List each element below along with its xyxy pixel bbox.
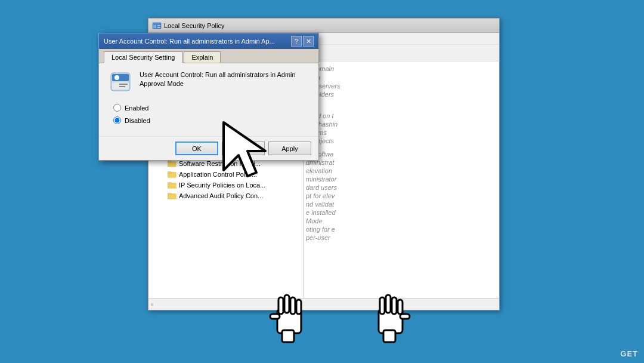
statusbar <box>148 298 499 310</box>
right-text-4: all folders <box>306 90 497 99</box>
right-text-13: ministrator <box>306 175 497 183</box>
uac-shield-icon <box>109 70 132 94</box>
svg-rect-38 <box>168 183 171 184</box>
right-text-10: or Softwa <box>306 150 497 158</box>
svg-rect-40 <box>168 193 171 195</box>
right-text-18: Mode <box>306 217 497 225</box>
right-text-17: e installed <box>306 208 497 217</box>
main-window-title: Local Security Policy <box>164 22 496 29</box>
right-text-8: ystems <box>306 128 497 137</box>
dialog-footer: OK Cancel Apply <box>99 136 318 160</box>
svg-rect-2 <box>153 25 156 28</box>
svg-rect-46 <box>119 86 125 87</box>
tree-item-ip-security[interactable]: ▶ IP Security Policies on Loca... <box>148 180 303 190</box>
tree-item-advanced-audit[interactable]: ▶ Advanced Audit Policy Con... <box>148 190 303 201</box>
radio-group: Enabled Disabled <box>113 104 309 124</box>
tree-label-ip-security: IP Security Policies on Loca... <box>179 182 265 189</box>
svg-rect-4 <box>157 27 160 28</box>
svg-rect-54 <box>282 330 294 342</box>
dialog-close-btn[interactable]: ✕ <box>303 36 314 47</box>
right-text-14: dard users <box>306 183 497 192</box>
tab-explain[interactable]: Explain <box>184 51 221 63</box>
folder-icon-app-control <box>168 170 177 179</box>
dialog: User Account Control: Run all administra… <box>98 33 319 161</box>
svg-rect-55 <box>379 309 402 333</box>
right-text-20: per-user <box>306 233 497 242</box>
ok-button[interactable]: OK <box>175 141 218 155</box>
dialog-titlebar-buttons: ? ✕ <box>291 36 314 47</box>
right-text-9: m objects <box>306 137 497 145</box>
svg-point-44 <box>114 75 119 80</box>
right-text-3: role servers <box>306 82 497 90</box>
right-text-12: elevation <box>306 167 497 175</box>
svg-rect-48 <box>277 309 301 333</box>
right-text-1: is domain <box>306 64 497 73</box>
right-text-11: dministrat <box>306 158 497 167</box>
expander-software-restriction[interactable]: ▶ <box>159 161 168 167</box>
svg-rect-36 <box>168 172 171 174</box>
expander-advanced-audit[interactable]: ▶ <box>159 193 168 199</box>
dialog-titlebar: User Account Control: Run all administra… <box>99 33 318 49</box>
expander-ip-security[interactable]: ▶ <box>159 182 168 188</box>
right-text-16: nd validat <box>306 200 497 208</box>
dialog-tabs: Local Security Setting Explain <box>99 49 318 63</box>
right-text-5: on <box>306 99 497 107</box>
svg-rect-45 <box>119 84 128 85</box>
watermark: GET <box>620 349 638 358</box>
svg-rect-53 <box>270 314 280 319</box>
tab-local-security-setting[interactable]: Local Security Setting <box>104 51 182 63</box>
main-titlebar: Local Security Policy <box>148 19 499 33</box>
right-text-7: ion, hashin <box>306 120 497 128</box>
radio-disabled-input[interactable] <box>113 116 121 124</box>
radio-enabled-label: Enabled <box>125 104 148 112</box>
folder-icon-ip-security <box>168 181 177 189</box>
radio-disabled[interactable]: Disabled <box>113 116 309 124</box>
dialog-body: User Account Control: Run all administra… <box>99 63 318 136</box>
tree-label-app-control: Application Control Polici... <box>179 171 257 178</box>
radio-enabled[interactable]: Enabled <box>113 104 309 112</box>
right-text-15: pt for elev <box>306 192 497 200</box>
dialog-header-text: User Account Control: Run all administra… <box>140 70 309 89</box>
right-text-19: oting for e <box>306 225 497 233</box>
svg-rect-1 <box>153 23 160 24</box>
cancel-button[interactable]: Cancel <box>222 141 265 155</box>
svg-rect-3 <box>157 25 160 26</box>
apply-button[interactable]: Apply <box>268 141 311 155</box>
dialog-header: User Account Control: Run all administra… <box>109 70 309 94</box>
main-window-icon <box>152 21 162 30</box>
dialog-help-btn[interactable]: ? <box>291 36 302 47</box>
tree-item-app-control[interactable]: ▶ Application Control Polici... <box>148 169 303 180</box>
tree-label-software-restriction: Software Restriction Polici... <box>179 160 261 167</box>
right-text-6: tored on t <box>306 112 497 120</box>
tree-label-advanced-audit: Advanced Audit Policy Con... <box>179 192 263 199</box>
right-text-2: main <box>306 73 497 82</box>
folder-icon-advanced-audit <box>168 192 177 200</box>
expander-app-control[interactable]: ▶ <box>159 171 168 177</box>
dialog-title: User Account Control: Run all administra… <box>104 38 291 45</box>
svg-rect-61 <box>383 330 395 342</box>
folder-icon-software-restriction <box>168 159 177 168</box>
radio-disabled-label: Disabled <box>125 117 150 124</box>
svg-rect-60 <box>400 314 410 319</box>
radio-enabled-input[interactable] <box>113 104 121 112</box>
svg-rect-34 <box>168 161 171 163</box>
right-panel: is domain main role servers all folders … <box>304 61 499 310</box>
